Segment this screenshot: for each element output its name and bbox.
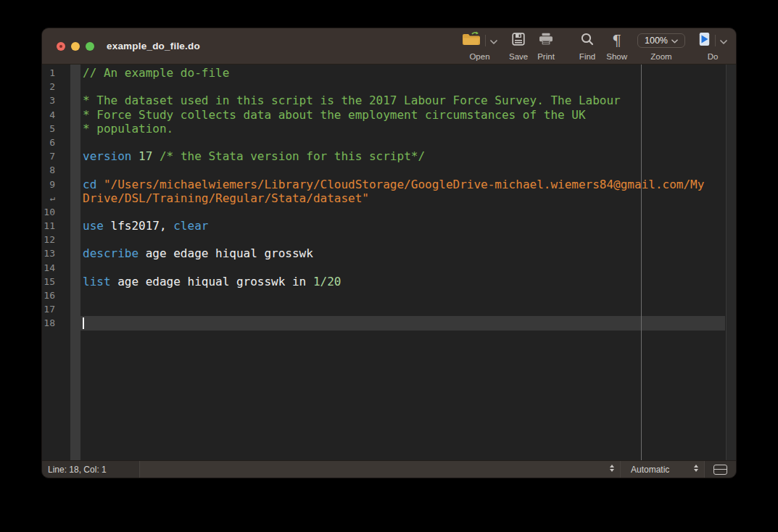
code-line[interactable]: 8	[42, 163, 736, 177]
line-number: 5	[42, 122, 70, 136]
code-line[interactable]: 3* The dataset used in this script is th…	[42, 93, 736, 107]
column-guide-line	[641, 65, 642, 460]
code-line[interactable]: ↵Drive/DSL/Training/Regular/Stata/datase…	[42, 191, 736, 205]
gutter-gap	[70, 246, 80, 260]
code-line[interactable]: 4* Force Study collects data about the e…	[42, 108, 736, 122]
magnifier-icon	[581, 33, 594, 49]
line-number: 14	[42, 261, 70, 275]
code-line[interactable]: 13describe age edage hiqual grosswk	[42, 246, 736, 260]
do-file-editor-window: example_do_file.do	[41, 28, 737, 478]
line-number: 17	[42, 302, 70, 316]
code-text	[80, 205, 725, 219]
traffic-lights	[57, 42, 94, 51]
open-button[interactable]: Open	[462, 32, 497, 61]
gutter-gap	[70, 191, 80, 205]
zoom-chevron-down-icon	[671, 36, 678, 46]
zoom-dropdown[interactable]: 100%	[637, 33, 685, 48]
code-line[interactable]: 6	[42, 136, 736, 149]
code-text: describe age edage hiqual grosswk	[80, 246, 725, 260]
gutter-gap	[70, 122, 80, 136]
code-line[interactable]: 1// An example do-file	[42, 66, 736, 80]
close-button[interactable]	[57, 42, 65, 51]
line-number: 3	[42, 93, 70, 107]
code-text	[80, 233, 725, 246]
vertical-scrollbar[interactable]	[726, 65, 736, 460]
print-button[interactable]: Print	[537, 32, 555, 61]
stepper-icon	[693, 464, 699, 475]
gutter-gap	[70, 80, 80, 93]
code-text: use lfs2017, clear	[80, 219, 725, 233]
gutter-gap	[70, 302, 80, 316]
open-label: Open	[469, 52, 489, 61]
title-bar: example_do_file.do	[42, 28, 736, 65]
code-text: * population.	[80, 122, 725, 136]
code-line[interactable]: 17	[42, 302, 736, 316]
code-text	[80, 261, 725, 275]
find-button[interactable]: Find	[579, 32, 595, 61]
code-text	[80, 80, 725, 93]
code-text	[80, 316, 725, 330]
zoom-window-button[interactable]	[86, 42, 94, 51]
window-title: example_do_file.do	[107, 41, 200, 51]
gutter-gap	[70, 163, 80, 177]
minimize-button[interactable]	[71, 42, 80, 51]
do-label: Do	[708, 52, 719, 61]
statusbar-popup[interactable]	[140, 461, 621, 478]
toolbar-separator	[485, 35, 486, 46]
do-chevron-down-icon[interactable]	[720, 34, 727, 47]
code-line[interactable]: 5* population.	[42, 122, 736, 136]
code-text: list age edage hiqual grosswk in 1/20	[80, 275, 725, 288]
line-number: 2	[42, 80, 70, 93]
code-lines: 1// An example do-file23* The dataset us…	[42, 66, 736, 331]
zoom-control[interactable]: 100% Zoom	[637, 32, 685, 61]
code-line[interactable]: 18	[42, 316, 736, 330]
do-button[interactable]: Do	[698, 32, 727, 61]
run-do-icon	[698, 32, 711, 49]
code-line[interactable]: 16	[42, 288, 736, 302]
gutter-gap	[70, 233, 80, 246]
gutter-gap	[70, 219, 80, 233]
code-line[interactable]: 2	[42, 80, 736, 93]
split-view-button[interactable]	[705, 461, 736, 478]
toolbar-separator	[715, 35, 716, 46]
split-view-icon	[713, 465, 727, 475]
line-number: 16	[42, 288, 70, 302]
code-text: cd "/Users/michaelwiemers/Library/CloudS…	[80, 178, 725, 191]
gutter-gap	[70, 66, 80, 80]
code-line[interactable]: 10	[42, 205, 736, 219]
gutter-gap	[70, 261, 80, 275]
save-button[interactable]: Save	[509, 32, 528, 61]
cursor-position: Line: 18, Col: 1	[42, 461, 140, 478]
folder-icon	[462, 31, 481, 49]
zoom-label: Zoom	[650, 52, 671, 61]
line-number: 6	[42, 136, 70, 149]
code-text: * The dataset used in this script is the…	[80, 93, 725, 107]
code-text: * Force Study collects data about the em…	[80, 108, 725, 122]
code-text	[80, 163, 725, 177]
floppy-icon	[512, 33, 525, 49]
line-number: 12	[42, 233, 70, 246]
encoding-selector[interactable]: Automatic	[621, 461, 705, 478]
code-text: Drive/DSL/Training/Regular/Stata/dataset…	[80, 191, 725, 205]
gutter-gap	[70, 178, 80, 191]
line-number: 10	[42, 205, 70, 219]
code-line[interactable]: 12	[42, 233, 736, 246]
line-number: 7	[42, 149, 70, 163]
code-line[interactable]: 14	[42, 261, 736, 275]
code-line[interactable]: 7version 17 /* the Stata version for thi…	[42, 149, 736, 163]
show-button[interactable]: ¶ Show	[606, 32, 627, 61]
gutter-gap	[70, 275, 80, 288]
code-line[interactable]: 9cd "/Users/michaelwiemers/Library/Cloud…	[42, 178, 736, 191]
pilcrow-icon: ¶	[612, 33, 621, 48]
line-number: 4	[42, 108, 70, 122]
code-text	[80, 136, 725, 149]
gutter-gap	[70, 93, 80, 107]
code-line[interactable]: 11use lfs2017, clear	[42, 219, 736, 233]
code-text	[80, 288, 725, 302]
line-number: 13	[42, 246, 70, 260]
code-editor[interactable]: 1// An example do-file23* The dataset us…	[42, 65, 736, 460]
printer-icon	[539, 33, 553, 49]
code-text: // An example do-file	[80, 66, 725, 80]
open-chevron-down-icon[interactable]	[490, 34, 497, 47]
code-line[interactable]: 15list age edage hiqual grosswk in 1/20	[42, 275, 736, 288]
